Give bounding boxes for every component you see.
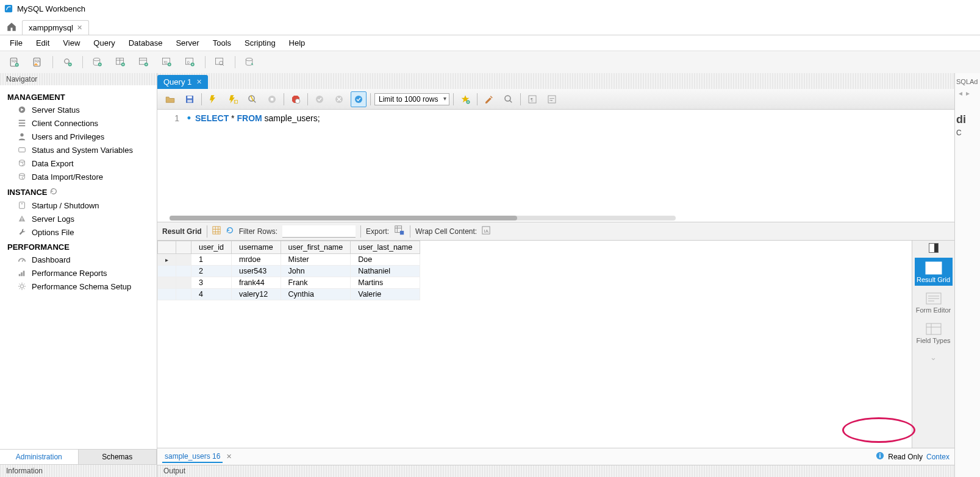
nav-status-variables[interactable]: Status and System Variables [0,143,157,157]
svg-rect-33 [21,272,23,276]
svg-rect-63 [879,454,881,455]
col-header[interactable]: user_first_name [281,241,351,254]
col-header[interactable]: user_id [191,241,232,254]
reconnect-icon[interactable] [241,54,259,71]
col-header[interactable]: user_last_name [351,241,420,254]
table-row[interactable]: 3 frank44 Frank Martins [158,277,420,289]
execute-current-icon[interactable]: I [225,91,241,107]
commit-icon[interactable] [312,91,327,107]
inspector-icon[interactable] [59,54,76,71]
menu-tools[interactable]: Tools [207,37,237,49]
toggle-wrap-icon[interactable] [544,91,560,107]
menu-scripting[interactable]: Scripting [238,37,282,49]
menu-help[interactable]: Help [283,37,312,49]
refresh-grid-icon[interactable] [226,226,234,236]
svg-point-29 [21,203,23,205]
refresh-icon[interactable] [49,187,58,197]
query-tab-label: Query 1 [163,77,191,87]
table-row[interactable]: 1 mrdoe Mister Doe [158,254,420,266]
menu-file[interactable]: File [4,37,29,49]
nav-performance-schema-setup[interactable]: Performance Schema Setup [0,280,157,293]
close-icon[interactable]: ✕ [196,78,202,86]
save-icon[interactable] [182,91,198,107]
limit-rows-select[interactable]: Limit to 1000 rows [374,93,449,105]
new-view-icon[interactable] [135,54,152,71]
nav-server-logs[interactable]: Server Logs [0,212,157,225]
stop-on-error-icon[interactable] [288,91,304,107]
menu-query[interactable]: Query [87,37,121,49]
nav-performance-reports[interactable]: Performance Reports [0,266,157,280]
result-tab[interactable]: sample_users 16 [162,451,223,463]
current-row-indicator-icon [158,254,176,266]
tab-administration[interactable]: Administration [0,450,79,464]
table-row[interactable]: 4 valery12 Cynthia Valerie [158,289,420,300]
result-grid-tab[interactable]: Result Grid [915,258,953,286]
chevron-left-icon[interactable]: ◂ [959,89,962,97]
menu-view[interactable]: View [57,37,86,49]
connection-tab[interactable]: xamppmysql ✕ [22,20,89,35]
table-row[interactable]: 2 user543 John Nathaniel [158,266,420,277]
open-sql-script-icon[interactable]: SQL [29,54,46,71]
nav-startup-shutdown[interactable]: Startup / Shutdown [0,199,157,212]
stop-icon[interactable] [264,91,280,107]
editor-horizontal-scrollbar[interactable] [170,216,676,221]
nav-users-privileges[interactable]: Users and Privileges [0,130,157,143]
warning-icon [17,214,27,224]
context-help-link[interactable]: Contex [926,453,950,461]
chevron-down-icon[interactable]: ⌄ [930,353,937,362]
wrap-cell-icon[interactable]: IA [482,226,490,236]
svg-text:IA: IA [484,228,489,234]
autocommit-toggle-icon[interactable] [351,91,367,107]
open-file-icon[interactable] [162,91,178,107]
close-icon[interactable]: ✕ [226,453,232,461]
nav-item-label: Server Status [32,105,80,115]
nav-options-file[interactable]: Options File [0,225,157,239]
menu-edit[interactable]: Edit [30,37,55,49]
nav-data-import[interactable]: Data Import/Restore [0,170,157,183]
form-editor-tab[interactable]: Form Editor [915,288,953,316]
menu-database[interactable]: Database [123,37,169,49]
center-area: Query 1 ✕ I Limit to 1000 rows [157,73,954,477]
nav-data-export[interactable]: Data Export [0,157,157,170]
result-grid[interactable]: user_id username user_first_name user_la… [157,241,912,448]
rollback-icon[interactable] [331,91,347,107]
grid-view-icon[interactable] [212,226,221,236]
execute-icon[interactable] [206,91,221,107]
menu-server[interactable]: Server [170,37,205,49]
home-icon[interactable] [4,19,20,35]
tab-schemas[interactable]: Schemas [79,450,157,464]
col-header[interactable]: username [232,241,281,254]
panel-toggle-icon[interactable] [929,243,939,253]
explain-icon[interactable] [245,91,260,107]
chevron-right-icon[interactable]: ▸ [966,89,970,97]
beautify-icon[interactable] [481,91,497,107]
sql-editor[interactable]: 1 • SELECT * FROM sample_users; [157,110,954,222]
svg-text:¶: ¶ [531,97,533,102]
filter-rows-input[interactable] [282,225,356,238]
new-procedure-icon[interactable]: f() [159,54,176,71]
wrap-cell-label: Wrap Cell Content: [415,227,477,236]
query-tab[interactable]: Query 1 ✕ [157,75,208,89]
nav-item-label: Startup / Shutdown [32,201,99,210]
svg-point-47 [355,96,362,103]
favorite-icon[interactable] [457,91,473,107]
svg-rect-53 [213,227,220,234]
nav-dashboard[interactable]: Dashboard [0,253,157,266]
app-icon [4,4,13,13]
nav-client-connections[interactable]: Client Connections [0,116,157,130]
close-icon[interactable]: ✕ [77,24,82,32]
new-function-icon[interactable]: () [182,54,199,71]
search-table-data-icon[interactable] [212,54,229,71]
nav-server-status[interactable]: Server Status [0,103,157,116]
new-table-icon[interactable] [112,54,129,71]
export-resultset-icon[interactable] [394,225,405,238]
toggle-invisible-icon[interactable]: ¶ [524,91,540,107]
new-sql-tab-icon[interactable]: SQL [6,54,23,71]
svg-rect-43 [271,97,274,101]
new-schema-icon[interactable] [89,54,106,71]
svg-rect-0 [5,5,12,12]
breakpoint-dot-icon[interactable]: • [183,115,195,121]
find-icon[interactable] [501,91,517,107]
field-types-tab[interactable]: Field Types [915,319,953,347]
info-icon [876,451,884,462]
